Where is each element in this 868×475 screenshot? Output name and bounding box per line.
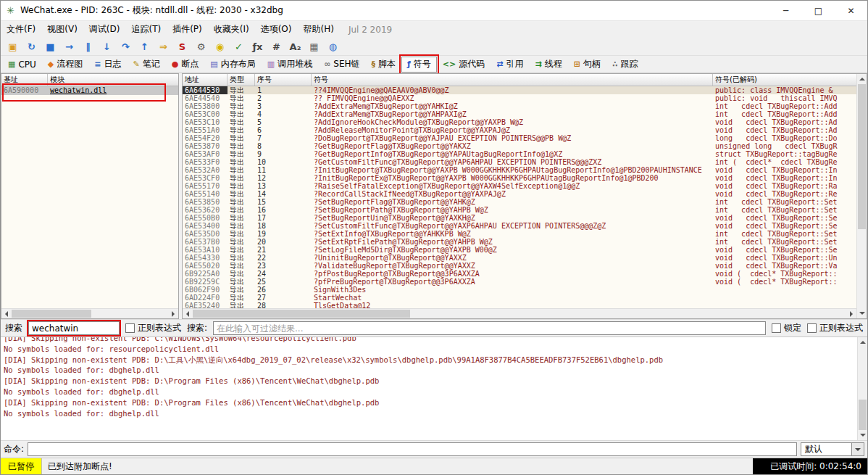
menu-item[interactable]: 选项(O) <box>255 21 298 38</box>
type-header[interactable]: 类型 <box>228 74 255 86</box>
symbol-row[interactable]: 6AE551A0 导出 6 ?AddReleaseMonitorPoint@TX… <box>183 126 856 134</box>
scylla-icon[interactable]: S <box>173 38 191 54</box>
highlight-mode-icon[interactable]: ◉ <box>211 38 229 54</box>
chevron-down-icon[interactable] <box>851 443 864 455</box>
calculator-icon[interactable]: ▦ <box>305 38 323 54</box>
view-tab[interactable]: ⇉ 线程 <box>530 57 568 73</box>
stop-icon[interactable]: ■ <box>41 38 59 54</box>
symbol-row[interactable]: 6B9225A0 导出 24 ?pfPostBugReport@TXBugRep… <box>183 270 856 278</box>
scroll-left-icon[interactable] <box>183 309 193 318</box>
open-file-icon[interactable]: ▣ <box>4 38 22 54</box>
symbol-row[interactable]: 6A644530 导出 1 ??4IMVQQEngine@@QAEAAV0@AB… <box>183 86 856 94</box>
view-tab[interactable]: § 脚本 <box>366 57 402 73</box>
view-tab[interactable]: ƒ 符号 <box>401 57 437 73</box>
view-tab[interactable]: ⇄ 引用 <box>491 57 529 73</box>
module-name-header[interactable]: 模块 <box>48 74 178 86</box>
scrollbar-track[interactable] <box>12 309 168 318</box>
symbol-header[interactable]: 符号 <box>312 74 713 86</box>
view-tab[interactable]: ◆ 流程图 <box>42 57 88 73</box>
view-tab[interactable]: ✎ 笔记 <box>128 57 166 73</box>
scroll-up-icon[interactable] <box>858 337 867 347</box>
log-vertical-scrollbar[interactable] <box>857 337 867 440</box>
run-to-user-code-icon[interactable]: ⇒ <box>154 38 172 54</box>
view-tab[interactable]: ▤ 内存布局 <box>204 57 261 73</box>
symbol-row[interactable]: 6AE53870 导出 8 ?GetBugReportFlag@TXBugRep… <box>183 142 856 150</box>
symbol-row[interactable]: 6AE53C10 导出 5 ?AddIgnoreHookCheckModule@… <box>183 118 856 126</box>
scrollbar-thumb[interactable] <box>12 310 91 318</box>
view-tab[interactable]: ⊞ 句柄 <box>568 57 606 73</box>
view-tab[interactable]: ≡ 日志 <box>88 57 127 73</box>
maximize-button[interactable]: □ <box>802 1 835 20</box>
symbols-horizontal-scrollbar[interactable] <box>183 308 856 318</box>
profile-combo[interactable]: 默认 <box>801 442 864 456</box>
step-over-icon[interactable]: ↷ <box>117 38 135 54</box>
symbol-row[interactable]: 6AE53620 导出 16 ?SetBugReportPath@TXBugRe… <box>183 206 856 214</box>
string-search-icon[interactable]: A₂ <box>286 38 304 54</box>
symbol-row[interactable]: 6AE53400 导出 18 ?SetCustomFiltFunc@TXBugR… <box>183 222 856 230</box>
symbol-row[interactable]: 6AE55140 导出 14 ?RecordCallStackIfNeed@TX… <box>183 190 856 198</box>
view-tab[interactable]: ∴ 跟踪 <box>606 57 644 73</box>
symbol-row[interactable]: 6AE35240 导出 28 TlsGetData@12 <box>183 302 856 308</box>
topmost-icon[interactable]: ✓ <box>230 38 248 54</box>
scrollbar-track[interactable] <box>857 84 867 308</box>
pause-icon[interactable]: ‖ <box>79 38 97 54</box>
settings-icon[interactable]: ⚙ <box>192 38 210 54</box>
symbol-row[interactable]: 6AE535D0 导出 19 ?SetExtInfo@TXBugReport@@… <box>183 230 856 238</box>
symbols-vertical-scrollbar[interactable] <box>856 74 867 318</box>
symbol-row[interactable]: 6AE44540 导出 2 ??_FIMVQQEngine@@QAEXXZ pu… <box>183 94 856 102</box>
menu-item[interactable]: 文件(F) <box>1 21 41 38</box>
module-regex-checkbox[interactable] <box>125 323 135 333</box>
menu-item[interactable]: 插件(P) <box>167 21 208 38</box>
command-input[interactable] <box>28 442 797 456</box>
scroll-left-icon[interactable] <box>1 309 12 318</box>
view-tab[interactable]: ▦ CPU <box>2 57 42 73</box>
symbol-row[interactable]: 6AE55170 导出 13 ?RaiseSelfFatalException@… <box>183 182 856 190</box>
module-base-header[interactable]: 基址 <box>1 74 48 86</box>
symbol-row[interactable]: 6AE54F20 导出 7 ?DoBugReport@TXBugReport@@… <box>183 134 856 142</box>
symbol-row[interactable]: 6B062F90 导出 26 SignWith3Des <box>183 286 856 294</box>
menu-item[interactable]: 帮助(H) <box>297 21 339 38</box>
menu-item[interactable]: 调试(D) <box>83 21 126 38</box>
symbol-row[interactable]: 6AE53C00 导出 4 ?AddExtraMem@TXBugReport@@… <box>183 110 856 118</box>
symbol-row[interactable]: 6AE53800 导出 3 ?AddExtraMem@TXBugReport@@… <box>183 102 856 110</box>
lock-checkbox[interactable] <box>772 323 781 333</box>
symbol-row[interactable]: 6AE55020 导出 23 ?ValidateBugReport@TXBugR… <box>183 262 856 270</box>
ordinal-header[interactable]: 序号 <box>255 74 312 86</box>
scrollbar-thumb[interactable] <box>858 84 866 229</box>
menu-item[interactable]: 视图(V) <box>41 21 83 38</box>
module-row[interactable]: 6A590000 wechatwin.dll <box>1 86 178 95</box>
symbol-row[interactable]: 6AD224F0 导出 27 StartWechat <box>183 294 856 302</box>
scroll-up-icon[interactable] <box>857 74 867 84</box>
menu-item[interactable]: 追踪(T) <box>125 21 167 38</box>
symbol-row[interactable]: 6AE53AF0 导出 9 ?GetBugReportInfo@TXBugRep… <box>183 150 856 158</box>
scrollbar-thumb[interactable] <box>859 400 867 430</box>
step-into-icon[interactable]: ↓ <box>98 38 116 54</box>
execute-till-return-icon[interactable]: ↑ <box>135 38 154 54</box>
symbol-row[interactable]: 6AE53850 导出 15 ?SetBugReportFlag@TXBugRe… <box>183 198 856 206</box>
symbol-row[interactable]: 6AE53CF0 导出 12 ?InitBugReportEx@TXBugRep… <box>183 174 856 182</box>
module-search-input[interactable] <box>28 321 120 335</box>
symbol-row[interactable]: 6AE537B0 导出 20 ?SetExtRptFilePath@TXBugR… <box>183 238 856 246</box>
symbol-row[interactable]: 6B92259C 导出 25 ?pfPreBugReport@TXBugRepo… <box>183 278 856 286</box>
symbol-row[interactable]: 6AE53A10 导出 21 ?SetLogFileMd5Dir@TXBugRe… <box>183 246 856 254</box>
run-icon[interactable]: → <box>60 38 78 54</box>
scroll-down-icon[interactable] <box>858 430 867 440</box>
symbol-row[interactable]: 6AE54330 导出 22 ?UninitBugReport@TXBugRep… <box>183 254 856 262</box>
symbol-regex-checkbox[interactable] <box>807 323 817 333</box>
symbol-row[interactable]: 6AE532A0 导出 11 ?InitBugReport@TXBugRepor… <box>183 166 856 174</box>
scrollbar-track[interactable] <box>193 309 846 318</box>
patches-icon[interactable]: # <box>267 38 285 54</box>
scrollbar-thumb[interactable] <box>193 310 410 318</box>
minimize-button[interactable]: ─ <box>769 1 802 20</box>
view-tab[interactable]: ● 断点 <box>166 57 205 73</box>
symbols-download-icon[interactable]: ◍ <box>324 38 342 54</box>
scroll-right-icon[interactable] <box>168 309 178 318</box>
decorated-symbol-header[interactable]: 符号(已解码) <box>713 74 856 86</box>
menu-item[interactable]: 收藏夹(I) <box>208 21 255 38</box>
symbol-row[interactable]: 6AE533F0 导出 10 ?GetCustomFiltFunc@TXBugR… <box>183 158 856 166</box>
address-header[interactable]: 地址 <box>183 74 228 86</box>
scroll-down-icon[interactable] <box>857 308 867 318</box>
assemble-icon[interactable]: ƒx <box>249 38 267 54</box>
scroll-right-icon[interactable] <box>846 309 856 318</box>
scrollbar-track[interactable] <box>858 347 867 430</box>
